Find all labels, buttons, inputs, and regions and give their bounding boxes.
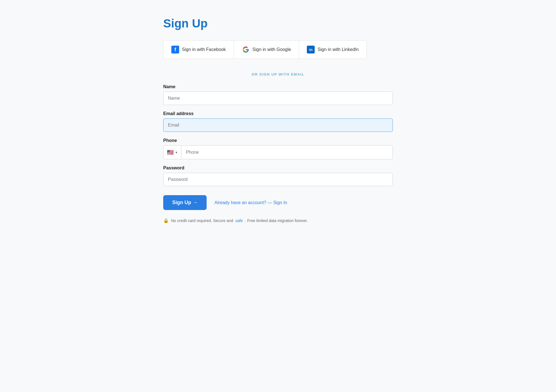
- phone-label: Phone: [163, 138, 393, 143]
- social-buttons-group: f Sign in with Facebook Sign in with Goo…: [163, 40, 367, 59]
- email-field-group: Email address: [163, 111, 393, 132]
- name-field-group: Name: [163, 84, 393, 105]
- facebook-button-label: Sign in with Facebook: [182, 47, 226, 52]
- linkedin-icon: in: [307, 46, 315, 53]
- google-button-label: Sign in with Google: [253, 47, 291, 52]
- country-dropdown-arrow: ▼: [175, 151, 178, 154]
- linkedin-signin-button[interactable]: in Sign in with LinkedIn: [299, 41, 366, 59]
- signup-button-label: Sign Up →: [172, 200, 198, 206]
- page-title: Sign Up: [163, 17, 393, 30]
- signin-link[interactable]: Already have an account? — Sign In: [214, 200, 287, 205]
- password-input[interactable]: [163, 173, 393, 186]
- email-input[interactable]: [163, 118, 393, 132]
- facebook-signin-button[interactable]: f Sign in with Facebook: [163, 41, 234, 59]
- google-icon: [242, 46, 250, 53]
- lock-icon: 🔒: [163, 218, 169, 223]
- email-label: Email address: [163, 111, 393, 116]
- phone-field-group: Phone 🇺🇸 ▼: [163, 138, 393, 159]
- phone-input[interactable]: [181, 146, 393, 159]
- security-note-before: No credit card required. Secure and: [171, 218, 233, 223]
- signup-form: Name Email address Phone 🇺🇸 ▼ Password: [163, 84, 393, 223]
- phone-country-selector[interactable]: 🇺🇸 ▼: [163, 146, 181, 159]
- facebook-icon: f: [171, 46, 179, 53]
- password-field-group: Password: [163, 165, 393, 186]
- page-container: Sign Up f Sign in with Facebook Sign in …: [152, 17, 404, 392]
- email-divider: OR SIGN UP WITH EMAIL: [163, 72, 393, 76]
- security-note-after: . Free limited data migration forever.: [245, 218, 308, 223]
- name-label: Name: [163, 84, 393, 89]
- google-signin-button[interactable]: Sign in with Google: [234, 41, 299, 59]
- form-actions: Sign Up → Already have an account? — Sig…: [163, 195, 393, 210]
- password-label: Password: [163, 165, 393, 171]
- security-note: 🔒 No credit card required. Secure and sa…: [163, 218, 393, 223]
- us-flag: 🇺🇸: [167, 150, 174, 155]
- linkedin-button-label: Sign in with LinkedIn: [317, 47, 359, 52]
- safe-link[interactable]: safe: [235, 218, 243, 223]
- signup-button[interactable]: Sign Up →: [163, 195, 207, 210]
- phone-input-wrapper: 🇺🇸 ▼: [163, 145, 393, 159]
- name-input[interactable]: [163, 92, 393, 105]
